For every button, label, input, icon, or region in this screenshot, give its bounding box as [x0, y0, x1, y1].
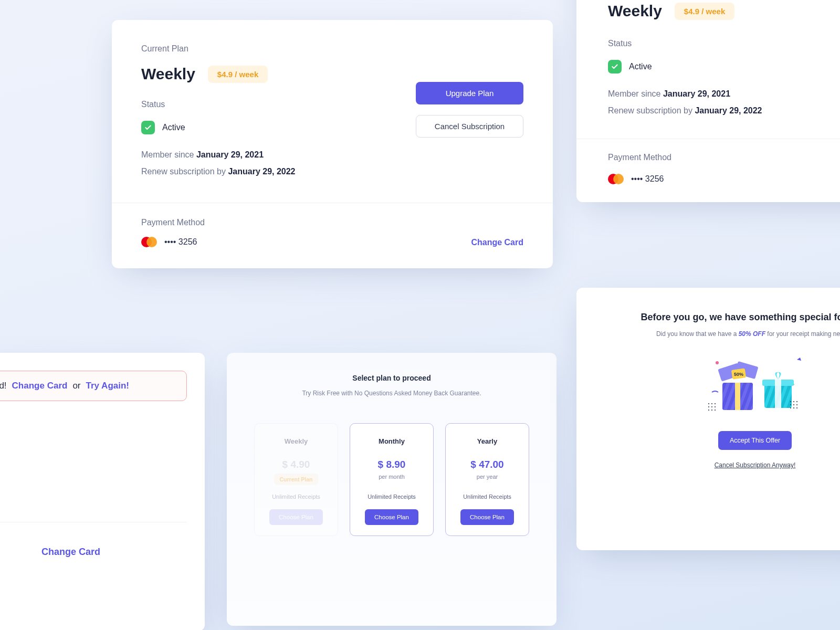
current-plan-badge: Current Plan	[274, 474, 318, 485]
svg-rect-3	[735, 383, 740, 410]
plan-selector-subtitle: Try Risk Free with No Questions Asked Mo…	[245, 390, 539, 397]
retention-offer-card: Before you go, we have something special…	[576, 288, 840, 550]
check-icon	[141, 121, 155, 134]
card-display: •••• 3256	[608, 174, 840, 184]
plan-selector-title: Select plan to proceed	[245, 374, 539, 382]
current-plan-label: Current Plan	[141, 44, 523, 54]
card-display: •••• 3256	[141, 237, 205, 247]
price-pill: $4.9 / week	[675, 3, 734, 20]
svg-point-24	[790, 404, 791, 405]
status-value: Active	[162, 123, 185, 132]
offer-subtitle: Did you know that we have a 50% OFF for …	[597, 330, 840, 338]
svg-point-12	[708, 403, 709, 404]
choose-plan-button[interactable]: Choose Plan	[460, 509, 514, 525]
svg-point-27	[790, 407, 791, 408]
renew-line: Renew subscription by January 29, 2022	[608, 106, 840, 116]
cancel-subscription-button[interactable]: Cancel Subscription	[416, 115, 523, 138]
plan-option-weekly: Weekly $ 4.90 Current Plan Unlimited Rec…	[254, 423, 338, 536]
error-change-card-link[interactable]: Change Card	[12, 381, 68, 391]
subscription-card: Current Plan Weekly $4.9 / week Upgrade …	[112, 20, 553, 268]
change-card-link[interactable]: Change Card	[41, 547, 100, 557]
svg-point-19	[711, 410, 712, 411]
svg-point-28	[793, 407, 794, 408]
error-try-again-link[interactable]: Try Again!	[86, 381, 130, 391]
plan-option-yearly[interactable]: Yearly $ 47.00 per year Unlimited Receip…	[445, 423, 529, 536]
mastercard-icon	[608, 174, 624, 184]
svg-point-16	[711, 406, 712, 407]
svg-point-22	[793, 401, 794, 402]
status-label: Status	[608, 39, 840, 48]
payment-method-label: Payment Method	[608, 153, 840, 162]
subscription-card-preview: Weekly $4.9 / week Status Active Member …	[576, 0, 840, 202]
svg-point-25	[793, 404, 794, 405]
svg-point-13	[711, 403, 712, 404]
gift-illustration: 50%	[702, 352, 807, 415]
error-banner: your card! Change Card or Try Again!	[0, 371, 187, 401]
change-card-link[interactable]: Change Card	[471, 238, 523, 247]
svg-point-21	[790, 401, 791, 402]
card-last4: •••• 3256	[164, 237, 197, 247]
svg-point-20	[715, 410, 716, 411]
status-value: Active	[629, 62, 652, 71]
svg-point-0	[716, 361, 719, 364]
svg-text:50%: 50%	[734, 372, 743, 377]
svg-point-14	[715, 403, 716, 404]
accept-offer-button[interactable]: Accept This Offer	[718, 431, 792, 450]
plan-option-monthly[interactable]: Monthly $ 8.90 per month Unlimited Recei…	[350, 423, 434, 536]
mastercard-icon	[141, 237, 157, 247]
check-icon	[608, 60, 622, 74]
plan-name: Weekly	[608, 2, 662, 20]
svg-point-26	[796, 404, 797, 405]
svg-point-23	[796, 401, 797, 402]
svg-point-15	[708, 406, 709, 407]
cancel-anyway-link[interactable]: Cancel Subscription Anyway!	[597, 461, 840, 469]
plan-name: Weekly	[141, 65, 195, 83]
price-pill: $4.9 / week	[208, 66, 268, 83]
svg-point-18	[708, 410, 709, 411]
svg-rect-11	[775, 380, 781, 408]
svg-point-29	[796, 407, 797, 408]
offer-title: Before you go, we have something special…	[597, 312, 840, 323]
member-since-line: Member since January 29, 2021	[608, 89, 840, 99]
card-error-panel: your card! Change Card or Try Again! Cha…	[0, 353, 205, 630]
card-last4: •••• 3256	[631, 174, 664, 184]
svg-point-17	[715, 406, 716, 407]
member-since-line: Member since January 29, 2021	[141, 150, 523, 160]
choose-plan-button[interactable]: Choose Plan	[365, 509, 418, 525]
choose-plan-button[interactable]: Choose Plan	[269, 509, 323, 525]
upgrade-plan-button[interactable]: Upgrade Plan	[416, 82, 523, 104]
renew-line: Renew subscription by January 29, 2022	[141, 167, 523, 176]
plan-selector-card: Select plan to proceed Try Risk Free wit…	[227, 353, 556, 626]
payment-method-label: Payment Method	[141, 218, 205, 227]
